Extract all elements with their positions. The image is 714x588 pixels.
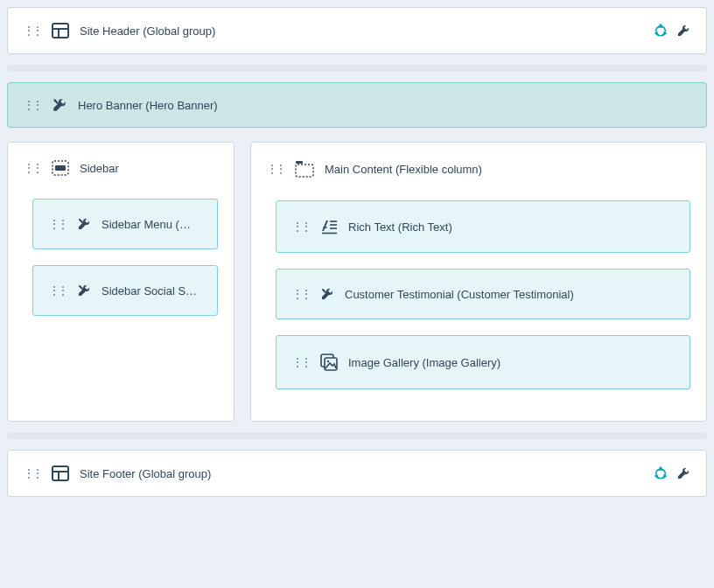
- module-label: Rich Text (Rich Text): [348, 220, 452, 234]
- module-label: Sidebar Social S…: [102, 284, 201, 298]
- sidebar-column[interactable]: Sidebar Sidebar Menu (… Sidebar Social S…: [7, 142, 234, 422]
- column-label: Main Content (Flexible column): [325, 163, 482, 176]
- tools-icon: [77, 284, 91, 298]
- module-label: Customer Testimonial (Customer Testimoni…: [345, 288, 574, 301]
- drag-handle-icon[interactable]: [292, 360, 310, 364]
- block-label: Site Footer (Global group): [80, 467, 643, 480]
- svg-rect-6: [296, 161, 303, 164]
- block-label: Hero Banner (Hero Banner): [78, 99, 218, 112]
- drag-handle-icon[interactable]: [24, 29, 41, 32]
- layout-icon: [52, 22, 69, 39]
- svg-rect-4: [55, 165, 66, 171]
- column-label: Sidebar: [80, 162, 119, 175]
- svg-rect-0: [52, 24, 68, 38]
- site-footer-block[interactable]: Site Footer (Global group): [7, 450, 707, 497]
- module-label: Image Gallery (Image Gallery): [348, 356, 500, 369]
- svg-rect-5: [296, 164, 313, 177]
- drag-handle-icon[interactable]: [267, 167, 284, 171]
- module-label: Sidebar Menu (…: [102, 218, 201, 231]
- sidebar-menu-module[interactable]: Sidebar Menu (…: [32, 199, 218, 249]
- block-label: Site Header (Global group): [80, 24, 643, 38]
- divider-bar: [7, 432, 707, 439]
- tools-icon[interactable]: [676, 466, 690, 480]
- columns-row: Sidebar Sidebar Menu (… Sidebar Social S…: [7, 142, 707, 422]
- image-gallery-module[interactable]: Image Gallery (Image Gallery): [276, 335, 690, 389]
- site-header-block[interactable]: Site Header (Global group): [7, 7, 707, 54]
- section-icon: [52, 160, 69, 176]
- drag-handle-icon[interactable]: [49, 222, 66, 226]
- recycle-icon[interactable]: [654, 24, 668, 38]
- svg-point-13: [327, 360, 329, 362]
- tools-icon: [320, 287, 334, 301]
- image-gallery-icon: [320, 354, 338, 371]
- drag-handle-icon[interactable]: [24, 166, 41, 170]
- drag-handle-icon[interactable]: [24, 103, 41, 107]
- layout-icon: [52, 465, 69, 482]
- tools-icon[interactable]: [676, 24, 690, 38]
- divider-bar: [7, 65, 707, 72]
- hero-banner-block[interactable]: Hero Banner (Hero Banner): [7, 82, 707, 128]
- svg-rect-14: [52, 466, 68, 480]
- drag-handle-icon[interactable]: [24, 472, 41, 475]
- tools-icon: [52, 97, 67, 113]
- drag-handle-icon[interactable]: [49, 289, 66, 292]
- recycle-icon[interactable]: [654, 466, 668, 480]
- tools-icon: [77, 217, 91, 231]
- rich-text-module[interactable]: Rich Text (Rich Text): [276, 200, 690, 253]
- drag-handle-icon[interactable]: [292, 292, 310, 296]
- testimonial-module[interactable]: Customer Testimonial (Customer Testimoni…: [276, 269, 690, 319]
- main-column[interactable]: Main Content (Flexible column) Rich Text…: [250, 142, 707, 422]
- drag-handle-icon[interactable]: [292, 225, 310, 228]
- sidebar-social-module[interactable]: Sidebar Social S…: [32, 265, 218, 316]
- rich-text-icon: [320, 219, 338, 234]
- flexible-column-icon: [295, 160, 314, 178]
